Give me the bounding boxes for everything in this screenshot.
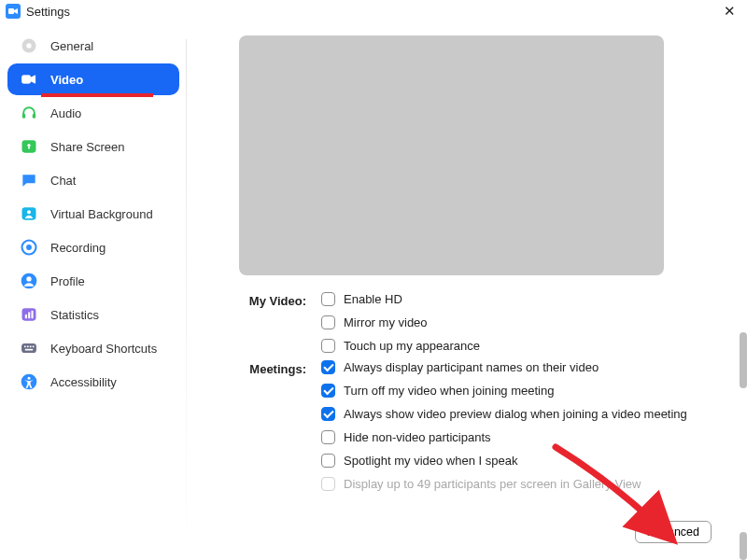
checkbox-box xyxy=(321,430,335,444)
share-screen-icon xyxy=(19,136,39,157)
checkbox-label: Touch up my appearance xyxy=(344,339,480,353)
sidebar-item-label: Statistics xyxy=(50,308,99,322)
settings-content: My Video: Enable HD Mirror my video Touc… xyxy=(187,22,747,560)
sidebar-item-share-screen[interactable]: Share Screen xyxy=(7,131,179,162)
checkbox-label: Spotlight my video when I speak xyxy=(344,454,517,468)
checkbox-box xyxy=(321,360,335,374)
sidebar-item-label: Audio xyxy=(50,106,81,120)
sidebar-item-audio[interactable]: Audio xyxy=(7,97,179,129)
svg-point-24 xyxy=(28,377,31,380)
profile-icon xyxy=(19,271,39,291)
sidebar-item-label: Keyboard Shortcuts xyxy=(50,342,157,356)
close-button[interactable]: ✕ xyxy=(718,3,741,20)
video-preview xyxy=(239,35,664,275)
checkbox-box xyxy=(321,477,335,491)
checkbox-mirror-video[interactable]: Mirror my video xyxy=(321,315,713,329)
sidebar-item-general[interactable]: General xyxy=(7,30,179,62)
checkbox-label: Mirror my video xyxy=(344,315,428,329)
svg-point-2 xyxy=(26,43,31,48)
checkbox-box xyxy=(321,339,335,353)
svg-rect-5 xyxy=(33,114,35,119)
sidebar-item-keyboard-shortcuts[interactable]: Keyboard Shortcuts xyxy=(7,332,179,364)
svg-rect-19 xyxy=(27,346,29,348)
sidebar-item-statistics[interactable]: Statistics xyxy=(7,299,179,330)
checkbox-touch-up[interactable]: Touch up my appearance xyxy=(321,339,713,353)
advanced-button[interactable]: Advanced xyxy=(635,521,712,543)
checkbox-spotlight[interactable]: Spotlight my video when I speak xyxy=(321,454,713,468)
accessibility-icon xyxy=(19,371,39,392)
checkbox-turn-off-video[interactable]: Turn off my video when joining meeting xyxy=(321,384,713,398)
checkbox-label: Hide non-video participants xyxy=(344,430,491,444)
sidebar-item-recording[interactable]: Recording xyxy=(7,231,179,263)
app-icon xyxy=(6,4,21,19)
titlebar: Settings ✕ xyxy=(0,0,747,22)
checkbox-label: Enable HD xyxy=(344,292,402,306)
checkbox-video-preview[interactable]: Always show video preview dialog when jo… xyxy=(321,407,713,421)
svg-rect-17 xyxy=(21,343,36,353)
image-icon xyxy=(19,203,39,224)
sidebar-item-label: Recording xyxy=(50,241,106,255)
checkbox-label: Turn off my video when joining meeting xyxy=(344,384,554,398)
sidebar-item-virtual-background[interactable]: Virtual Background xyxy=(7,198,179,230)
svg-rect-18 xyxy=(24,346,26,348)
checkbox-box xyxy=(321,407,335,421)
my-video-options: Enable HD Mirror my video Touch up my ap… xyxy=(321,292,713,353)
section-meetings-label: Meetings: xyxy=(239,360,306,491)
sidebar-item-label: Profile xyxy=(50,274,85,288)
headphones-icon xyxy=(19,103,39,123)
svg-rect-15 xyxy=(28,313,30,319)
sidebar-item-label: Accessibility xyxy=(50,375,117,389)
svg-rect-14 xyxy=(25,315,27,318)
scrollbar-thumb[interactable] xyxy=(740,332,747,388)
record-icon xyxy=(19,237,39,258)
checkbox-hide-nonvideo[interactable]: Hide non-video participants xyxy=(321,430,713,444)
svg-rect-20 xyxy=(30,346,32,348)
checkbox-label: Always show video preview dialog when jo… xyxy=(344,407,687,421)
checkbox-label: Display up to 49 participants per screen… xyxy=(344,477,641,491)
svg-rect-16 xyxy=(32,311,34,318)
sidebar-item-label: Share Screen xyxy=(50,140,125,154)
sidebar-item-profile[interactable]: Profile xyxy=(7,265,179,297)
svg-point-10 xyxy=(26,245,32,250)
checkbox-box xyxy=(321,315,335,329)
statistics-icon xyxy=(19,304,39,325)
window-title: Settings xyxy=(26,5,70,19)
checkbox-49-participants: Display up to 49 participants per screen… xyxy=(321,477,713,491)
checkbox-display-names[interactable]: Always display participant names on thei… xyxy=(321,360,713,374)
settings-sidebar: General Video Audio Share Screen xyxy=(0,22,187,560)
sidebar-item-label: General xyxy=(50,39,93,53)
checkbox-box xyxy=(321,454,335,468)
svg-rect-22 xyxy=(25,349,33,351)
sidebar-item-video[interactable]: Video xyxy=(7,63,179,95)
chat-icon xyxy=(19,170,39,190)
gear-icon xyxy=(19,35,39,56)
checkbox-label: Always display participant names on thei… xyxy=(344,360,599,374)
sidebar-item-chat[interactable]: Chat xyxy=(7,164,179,196)
svg-rect-4 xyxy=(22,114,25,119)
sidebar-item-label: Virtual Background xyxy=(50,207,153,221)
svg-rect-21 xyxy=(33,346,35,348)
svg-rect-0 xyxy=(8,8,14,14)
svg-point-8 xyxy=(27,210,31,214)
svg-point-12 xyxy=(26,276,31,281)
checkbox-box xyxy=(321,292,335,306)
keyboard-icon xyxy=(19,338,39,358)
meetings-options: Always display participant names on thei… xyxy=(321,360,713,491)
svg-rect-3 xyxy=(22,76,31,83)
video-icon xyxy=(19,69,39,90)
scrollbar-thumb[interactable] xyxy=(740,532,747,560)
sidebar-item-label: Video xyxy=(50,73,83,87)
checkbox-box xyxy=(321,384,335,398)
checkbox-enable-hd[interactable]: Enable HD xyxy=(321,292,713,306)
section-my-video-label: My Video: xyxy=(239,292,306,353)
sidebar-item-accessibility[interactable]: Accessibility xyxy=(7,366,179,398)
sidebar-item-label: Chat xyxy=(50,174,76,188)
